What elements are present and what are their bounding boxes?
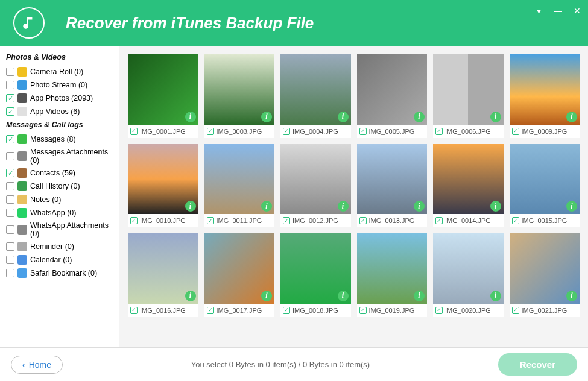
sidebar-item[interactable]: Notes (0) (6, 193, 113, 206)
checkbox[interactable] (6, 195, 14, 204)
home-button[interactable]: ‹ Home (11, 356, 63, 374)
sidebar-item[interactable]: Contacts (59) (6, 166, 113, 180)
sidebar-item[interactable]: Messages (8) (6, 133, 113, 146)
checkbox[interactable] (6, 209, 14, 217)
checkbox[interactable] (130, 307, 138, 314)
sidebar-item[interactable]: Messages Attachments (0) (6, 146, 113, 166)
photo-thumb[interactable]: iIMG_0021.JPG (510, 233, 580, 317)
checkbox[interactable] (435, 128, 443, 135)
checkbox[interactable] (6, 256, 14, 264)
checkbox[interactable] (6, 107, 14, 116)
checkbox[interactable] (6, 81, 14, 89)
sidebar-item[interactable]: Call History (0) (6, 180, 113, 193)
sidebar-item[interactable]: Reminder (0) (6, 240, 113, 253)
thumb-filename: IMG_0012.JPG (292, 217, 338, 224)
checkbox[interactable] (435, 217, 443, 224)
checkbox[interactable] (359, 307, 367, 314)
sidebar-item[interactable]: Camera Roll (0) (6, 65, 113, 78)
checkbox[interactable] (512, 217, 519, 224)
sidebar-item-label: App Photos (2093) (30, 94, 93, 102)
checkbox[interactable] (207, 128, 214, 135)
photo-thumb[interactable]: iIMG_0012.JPG (280, 144, 351, 228)
checkbox[interactable] (130, 217, 138, 224)
checkbox[interactable] (6, 152, 14, 160)
sidebar-item-label: Messages Attachments (0) (30, 148, 113, 165)
thumb-caption: IMG_0009.JPG (510, 125, 580, 138)
info-icon[interactable]: i (185, 112, 196, 122)
sidebar-item[interactable]: WhatsApp Attachments (0) (6, 219, 113, 240)
close-icon[interactable]: ✕ (572, 6, 582, 16)
info-icon[interactable]: i (338, 291, 349, 301)
info-icon[interactable]: i (261, 291, 272, 301)
photo-thumb[interactable]: iIMG_0020.JPG (433, 233, 504, 317)
dropdown-icon[interactable]: ▾ (534, 6, 543, 16)
checkbox[interactable] (207, 307, 214, 314)
checkbox[interactable] (512, 307, 519, 314)
info-icon[interactable]: i (490, 291, 501, 301)
sidebar-item[interactable]: WhatsApp (0) (6, 206, 113, 219)
info-icon[interactable]: i (261, 112, 272, 122)
info-icon[interactable]: i (566, 291, 577, 301)
sidebar-item[interactable]: App Photos (2093) (6, 92, 113, 105)
checkbox[interactable] (435, 307, 443, 314)
photo-thumb[interactable]: iIMG_0013.JPG (357, 144, 428, 228)
checkbox[interactable] (207, 217, 214, 224)
thumb-filename: IMG_0005.JPG (369, 128, 415, 135)
photo-thumb[interactable]: iIMG_0006.JPG (433, 54, 504, 138)
info-icon[interactable]: i (414, 201, 425, 212)
photo-thumb[interactable]: iIMG_0004.JPG (280, 54, 351, 138)
photo-thumb[interactable]: iIMG_0014.JPG (433, 144, 504, 228)
sidebar-item-label: Photo Stream (0) (30, 81, 87, 89)
photo-thumb[interactable]: iIMG_0019.JPG (357, 233, 428, 317)
checkbox[interactable] (6, 242, 14, 251)
photo-thumb[interactable]: iIMG_0011.JPG (204, 144, 275, 228)
checkbox[interactable] (6, 269, 14, 277)
checkbox[interactable] (359, 217, 367, 224)
recover-button[interactable]: Recover (498, 353, 577, 376)
info-icon[interactable]: i (566, 201, 577, 212)
photo-thumb[interactable]: iIMG_0005.JPG (357, 54, 428, 138)
minimize-icon[interactable]: — (553, 6, 563, 16)
sidebar-item[interactable]: Calendar (0) (6, 253, 113, 266)
photo-thumb[interactable]: iIMG_0018.JPG (280, 233, 351, 317)
sidebar-item[interactable]: App Videos (6) (6, 105, 113, 118)
info-icon[interactable]: i (185, 201, 196, 212)
photo-thumb[interactable]: iIMG_0015.JPG (510, 144, 580, 228)
thumb-filename: IMG_0017.JPG (217, 307, 262, 314)
sidebar-item[interactable]: Safari Bookmark (0) (6, 266, 113, 280)
category-icon (17, 242, 27, 251)
checkbox[interactable] (6, 94, 14, 102)
sidebar-item[interactable]: Photo Stream (0) (6, 78, 113, 92)
photo-thumb[interactable]: iIMG_0009.JPG (510, 54, 580, 138)
info-icon[interactable]: i (566, 112, 577, 122)
info-icon[interactable]: i (414, 291, 425, 301)
info-icon[interactable]: i (185, 291, 196, 301)
checkbox[interactable] (283, 128, 290, 135)
checkbox[interactable] (6, 225, 14, 234)
info-icon[interactable]: i (490, 112, 501, 122)
checkbox[interactable] (359, 128, 367, 135)
checkbox[interactable] (283, 217, 290, 224)
category-icon (17, 67, 27, 77)
photo-thumb[interactable]: iIMG_0003.JPG (204, 54, 275, 138)
category-icon (17, 225, 27, 235)
info-icon[interactable]: i (338, 201, 349, 212)
checkbox[interactable] (130, 128, 138, 135)
thumb-image: i (510, 233, 580, 304)
checkbox[interactable] (512, 128, 519, 135)
photo-thumb[interactable]: iIMG_0010.JPG (128, 144, 198, 228)
checkbox[interactable] (6, 68, 14, 76)
checkbox[interactable] (283, 307, 290, 314)
info-icon[interactable]: i (338, 112, 349, 122)
photo-thumb[interactable]: iIMG_0001.JPG (128, 54, 198, 138)
photo-thumb[interactable]: iIMG_0017.JPG (204, 233, 275, 317)
chevron-left-icon: ‹ (22, 360, 25, 370)
checkbox[interactable] (6, 182, 14, 190)
thumb-caption: IMG_0011.JPG (204, 214, 275, 227)
photo-thumb[interactable]: iIMG_0016.JPG (128, 233, 198, 317)
checkbox[interactable] (6, 135, 14, 143)
info-icon[interactable]: i (414, 112, 425, 122)
info-icon[interactable]: i (490, 201, 501, 212)
checkbox[interactable] (6, 169, 14, 177)
info-icon[interactable]: i (261, 201, 272, 212)
